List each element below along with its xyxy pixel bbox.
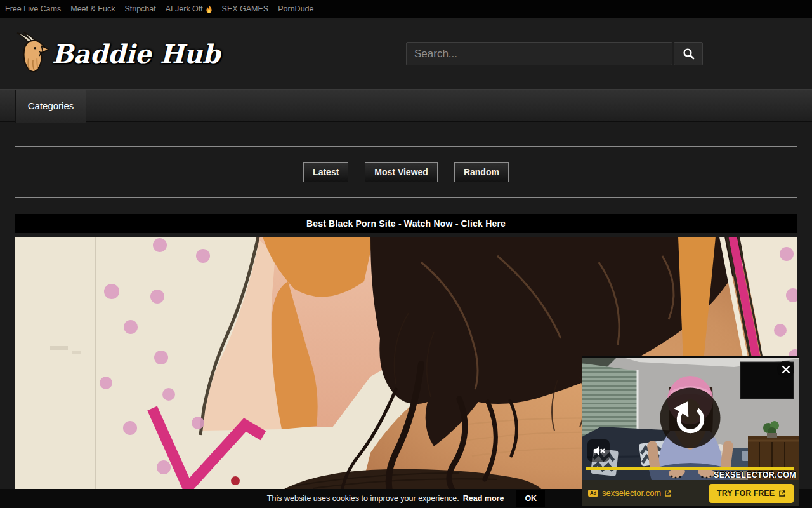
site-logo[interactable]: Baddie Hub — [15, 32, 220, 75]
site-header: Baddie Hub — [0, 18, 812, 89]
divider-bottom — [15, 197, 797, 198]
fire-icon — [206, 5, 213, 13]
topbar-link-sex-games[interactable]: SEX GAMES — [222, 4, 269, 13]
topbar-link-ai-jerk-off[interactable]: AI Jerk Off — [166, 4, 213, 13]
replay-button[interactable] — [660, 388, 721, 448]
goat-icon — [15, 32, 49, 75]
ad-progress-bar — [586, 467, 794, 470]
mute-button[interactable] — [587, 439, 610, 462]
replay-icon — [671, 398, 710, 438]
cookie-read-more-link[interactable]: Read more — [463, 494, 504, 503]
ad-video-player[interactable]: SEXSELECTOR.COM — [582, 356, 799, 480]
nav-item-categories[interactable]: Categories — [15, 90, 86, 123]
close-icon — [782, 365, 790, 374]
ad-watermark: SEXSELECTOR.COM — [714, 471, 796, 479]
search-bar — [406, 42, 703, 65]
ad-badge: Ad — [588, 490, 598, 497]
topbar-link-meet-and-fuck[interactable]: Meet & Fuck — [70, 4, 115, 13]
promo-banner-link[interactable]: Best Black Porn Site - Watch Now - Click… — [15, 214, 797, 233]
main-nav: Categories — [0, 89, 812, 122]
sort-tabs: Latest Most Viewed Random — [15, 162, 797, 182]
topbar-link-porndude[interactable]: PornDude — [278, 4, 313, 13]
external-link-icon — [664, 490, 672, 497]
tab-most-viewed[interactable]: Most Viewed — [365, 162, 438, 182]
external-link-icon — [778, 490, 786, 497]
ad-site-link[interactable]: sexselector.com — [602, 488, 661, 498]
muted-speaker-icon — [591, 443, 606, 458]
try-for-free-button[interactable]: TRY FOR FREE — [709, 484, 794, 503]
tab-random[interactable]: Random — [454, 162, 509, 182]
logo-title: Baddie Hub — [52, 39, 220, 69]
cookie-message: This website uses cookies to improve you… — [267, 494, 459, 503]
search-icon — [683, 48, 695, 60]
tab-latest[interactable]: Latest — [303, 162, 348, 182]
topbar: Free Live Cams Meet & Fuck Stripchat AI … — [0, 0, 812, 18]
video-ad-overlay: SEXSELECTOR.COM Ad sexselector.com TRY F… — [582, 356, 799, 506]
search-button[interactable] — [674, 42, 703, 65]
ad-info-bar: Ad sexselector.com TRY FOR FREE — [582, 480, 799, 506]
search-input[interactable] — [406, 42, 672, 65]
topbar-link-stripchat[interactable]: Stripchat — [124, 4, 155, 13]
cookie-ok-button[interactable]: OK — [516, 490, 545, 507]
topbar-link-free-live-cams[interactable]: Free Live Cams — [5, 4, 61, 13]
divider-top — [15, 146, 797, 147]
ad-close-button[interactable] — [777, 361, 794, 378]
